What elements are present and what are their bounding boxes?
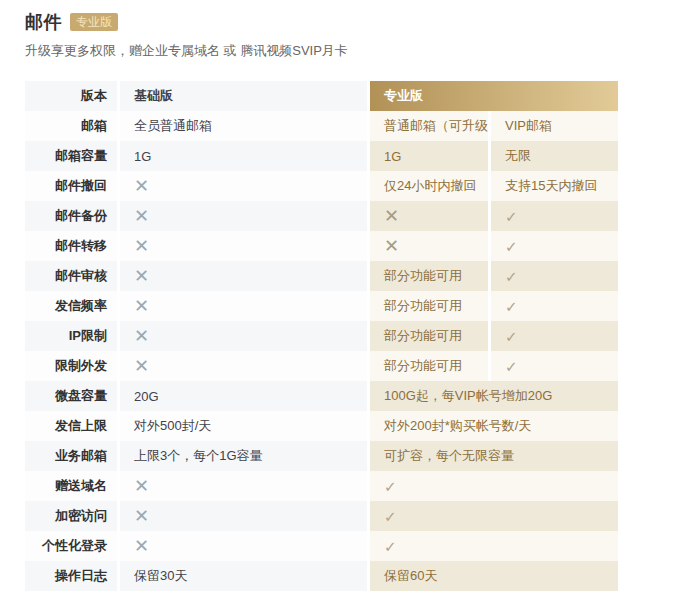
cell-text: 保留30天 <box>134 567 187 585</box>
column-header-pro: 专业版 <box>370 81 618 111</box>
row-label: 加密访问 <box>25 501 117 531</box>
basic-cell: 20G <box>120 381 367 411</box>
row-label: 微盘容量 <box>25 381 117 411</box>
row-label: 发信上限 <box>25 411 117 441</box>
cross-icon: ✕ <box>134 207 149 225</box>
pro-cell: ✓ <box>491 261 618 291</box>
basic-cell: ✕ <box>120 201 367 231</box>
cell-text: 20G <box>134 389 159 404</box>
cross-icon: ✕ <box>134 297 149 315</box>
cell-text: 仅24小时内撤回 <box>384 177 476 195</box>
basic-cell: ✕ <box>120 351 367 381</box>
row-label: 邮箱容量 <box>25 141 117 171</box>
column-header-version: 版本 <box>25 81 117 111</box>
pro-cell: 仅24小时内撤回 <box>370 171 488 201</box>
cell-text: 支持15天内撤回 <box>505 177 597 195</box>
column-header-basic: 基础版 <box>120 81 367 111</box>
cross-icon: ✕ <box>134 177 149 195</box>
pro-cell: 部分功能可用 <box>370 291 488 321</box>
pro-cell: VIP邮箱 <box>491 111 618 141</box>
cell-text: VIP邮箱 <box>505 117 552 135</box>
basic-cell: ✕ <box>120 171 367 201</box>
row-label: IP限制 <box>25 321 117 351</box>
cell-text: 部分功能可用 <box>384 267 462 285</box>
pro-cell: 无限 <box>491 141 618 171</box>
cell-text: 对外200封*购买帐号数/天 <box>384 417 531 435</box>
cell-text: 保留60天 <box>384 567 437 585</box>
pro-cell: 可扩容，每个无限容量 <box>370 441 618 471</box>
page: 邮件 专业版 升级享更多权限，赠企业专属域名 或 腾讯视频SVIP月卡 版本基础… <box>0 0 678 591</box>
check-icon: ✓ <box>384 479 397 494</box>
pro-cell: ✕ <box>370 231 488 261</box>
pro-cell: 部分功能可用 <box>370 351 488 381</box>
pro-cell: ✓ <box>491 231 618 261</box>
row-label: 发信频率 <box>25 291 117 321</box>
pro-cell: ✕ <box>370 201 488 231</box>
comparison-table: 版本基础版专业版邮箱全员普通邮箱普通邮箱（可升级）VIP邮箱邮箱容量1G1G无限… <box>25 81 618 591</box>
cross-icon: ✕ <box>134 357 149 375</box>
cross-icon: ✕ <box>134 327 149 345</box>
cross-icon: ✕ <box>384 207 399 225</box>
pro-cell: ✓ <box>370 501 618 531</box>
check-icon: ✓ <box>384 509 397 524</box>
row-label: 邮件审核 <box>25 261 117 291</box>
basic-cell: ✕ <box>120 261 367 291</box>
pro-cell: 部分功能可用 <box>370 321 488 351</box>
pro-cell: 对外200封*购买帐号数/天 <box>370 411 618 441</box>
check-icon: ✓ <box>505 209 518 224</box>
page-subtitle: 升级享更多权限，赠企业专属域名 或 腾讯视频SVIP月卡 <box>25 42 678 60</box>
basic-cell: ✕ <box>120 501 367 531</box>
cell-text: 部分功能可用 <box>384 357 462 375</box>
row-label: 个性化登录 <box>25 531 117 561</box>
basic-cell: 全员普通邮箱 <box>120 111 367 141</box>
basic-cell: ✕ <box>120 231 367 261</box>
cross-icon: ✕ <box>134 477 149 495</box>
cell-text: 无限 <box>505 147 531 165</box>
pro-cell: 普通邮箱（可升级） <box>370 111 488 141</box>
cross-icon: ✕ <box>134 507 149 525</box>
pro-cell: ✓ <box>491 201 618 231</box>
cell-text: 可扩容，每个无限容量 <box>384 447 514 465</box>
cell-text: 普通邮箱（可升级） <box>384 117 488 135</box>
basic-cell: 对外500封/天 <box>120 411 367 441</box>
cell-text: 部分功能可用 <box>384 327 462 345</box>
cell-text: 部分功能可用 <box>384 297 462 315</box>
basic-cell: 上限3个，每个1G容量 <box>120 441 367 471</box>
pro-cell: 部分功能可用 <box>370 261 488 291</box>
cell-text: 全员普通邮箱 <box>134 117 212 135</box>
pro-cell: 保留60天 <box>370 561 618 591</box>
cross-icon: ✕ <box>384 237 399 255</box>
page-title: 邮件 <box>25 10 62 34</box>
pro-cell: 100G起，每VIP帐号增加20G <box>370 381 618 411</box>
cell-text: 1G <box>134 149 151 164</box>
check-icon: ✓ <box>505 329 518 344</box>
basic-cell: 保留30天 <box>120 561 367 591</box>
basic-cell: ✕ <box>120 531 367 561</box>
pro-cell: ✓ <box>491 291 618 321</box>
cross-icon: ✕ <box>134 537 149 555</box>
basic-cell: ✕ <box>120 471 367 501</box>
basic-cell: ✕ <box>120 321 367 351</box>
pro-cell: 1G <box>370 141 488 171</box>
pro-cell: ✓ <box>370 471 618 501</box>
pro-cell: 支持15天内撤回 <box>491 171 618 201</box>
cross-icon: ✕ <box>134 237 149 255</box>
title-row: 邮件 专业版 <box>25 10 678 34</box>
pro-cell: ✓ <box>491 321 618 351</box>
check-icon: ✓ <box>505 299 518 314</box>
row-label: 操作日志 <box>25 561 117 591</box>
pro-version-badge: 专业版 <box>70 13 118 31</box>
cell-text: 100G起，每VIP帐号增加20G <box>384 387 552 405</box>
row-label: 赠送域名 <box>25 471 117 501</box>
basic-cell: ✕ <box>120 291 367 321</box>
check-icon: ✓ <box>505 359 518 374</box>
check-icon: ✓ <box>505 239 518 254</box>
cell-text: 对外500封/天 <box>134 417 211 435</box>
check-icon: ✓ <box>505 269 518 284</box>
check-icon: ✓ <box>384 539 397 554</box>
row-label: 业务邮箱 <box>25 441 117 471</box>
pro-cell: ✓ <box>370 531 618 561</box>
basic-cell: 1G <box>120 141 367 171</box>
cell-text: 上限3个，每个1G容量 <box>134 447 263 465</box>
cross-icon: ✕ <box>134 267 149 285</box>
